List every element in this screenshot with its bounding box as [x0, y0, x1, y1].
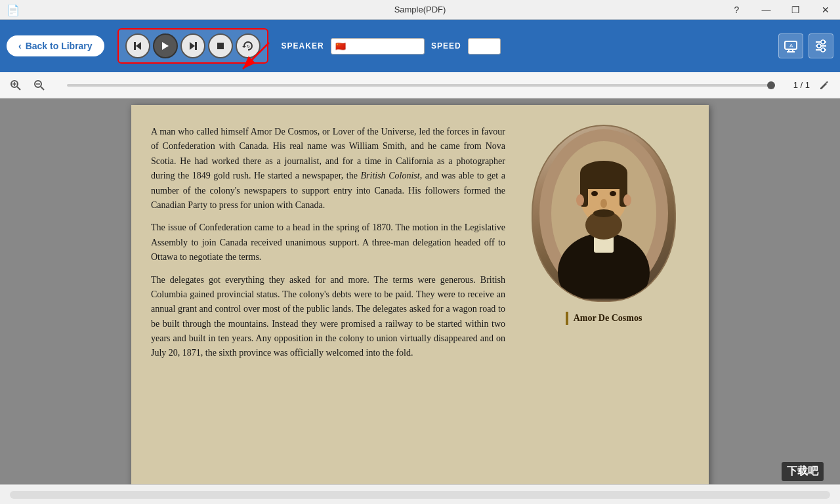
right-toolbar: A [778, 33, 833, 58]
zoom-in-button[interactable] [7, 76, 25, 94]
window-title: Sample(PDF) [394, 5, 446, 14]
settings-button[interactable] [808, 33, 833, 58]
zoom-out-icon [33, 79, 46, 92]
svg-point-19 [817, 44, 821, 48]
prev-button[interactable] [125, 33, 150, 58]
caption-text: Amor De Cosmos [574, 313, 642, 324]
secondary-toolbar: 1 / 1 [0, 72, 840, 98]
maximize-button[interactable]: ❐ [781, 0, 810, 20]
paragraph-1: A man who called himself Amor De Cosmos,… [151, 125, 505, 213]
portrait-image [532, 125, 676, 302]
title-bar-controls: ? — ❐ ✕ [722, 0, 840, 20]
content-area: A man who called himself Amor De Cosmos,… [0, 98, 840, 484]
speaker-label: SPEAKER [282, 41, 324, 51]
chevron-down-icon: ▼ [413, 43, 420, 50]
stop-button[interactable] [208, 33, 233, 58]
back-to-library-button[interactable]: ‹ Back to Library [7, 35, 104, 56]
main-toolbar: ‹ Back to Library [0, 20, 840, 72]
title-bar-left: 📄 [7, 0, 24, 20]
stop-icon [215, 41, 226, 51]
next-button[interactable] [180, 33, 205, 58]
svg-point-40 [610, 191, 616, 196]
page-slider-container [67, 84, 775, 87]
edit-icon [818, 79, 830, 91]
slider-thumb [767, 81, 775, 89]
zoom-out-button[interactable] [30, 76, 49, 94]
playback-controls: ↻ [117, 28, 268, 64]
svg-rect-4 [195, 42, 197, 50]
paragraph-3: The delegates got everything they asked … [151, 273, 505, 361]
svg-rect-1 [134, 42, 136, 50]
svg-point-20 [821, 48, 825, 52]
svg-point-41 [600, 199, 607, 208]
svg-point-43 [576, 194, 584, 206]
svg-text:↻: ↻ [247, 45, 250, 49]
paragraph-2: The issue of Confederation came to a hea… [151, 220, 505, 264]
svg-marker-6 [242, 46, 246, 48]
portrait-svg [538, 128, 669, 299]
bottom-bar [0, 484, 840, 504]
horizontal-scrollbar[interactable] [10, 491, 830, 499]
svg-marker-0 [136, 42, 141, 50]
help-button[interactable]: ? [722, 0, 751, 20]
watermark: 下载吧 [782, 462, 824, 481]
app-icon: 📄 [7, 4, 20, 16]
title-bar: 📄 Sample(PDF) ? — ❐ ✕ [0, 0, 840, 20]
play-icon [160, 41, 171, 51]
svg-point-44 [623, 194, 631, 206]
screen-icon: A [784, 39, 798, 53]
prev-icon [133, 41, 143, 51]
page-slider[interactable] [67, 84, 775, 87]
repeat-button[interactable]: ↻ [236, 33, 261, 58]
svg-point-18 [821, 40, 825, 44]
speed-label: SPEED [431, 41, 461, 51]
pdf-page: A man who called himself Amor De Cosmos,… [131, 105, 709, 484]
caption-bar [566, 312, 568, 325]
flag-icon: 🇨🇳 [335, 41, 346, 51]
pdf-image-column: Amor De Cosmos [518, 125, 689, 472]
svg-marker-3 [190, 42, 195, 50]
speed-chevron-icon: ▼ [480, 43, 486, 50]
svg-marker-2 [162, 42, 169, 50]
back-icon: ‹ [18, 41, 22, 51]
close-button[interactable]: ✕ [810, 0, 840, 20]
svg-line-22 [17, 87, 20, 90]
svg-point-42 [593, 209, 614, 217]
svg-line-26 [41, 87, 44, 90]
speaker-name: Huihui Desktop [348, 41, 411, 51]
zoom-in-icon [9, 79, 22, 92]
back-label: Back to Library [26, 41, 93, 51]
italic-text: British Colonist [361, 171, 420, 180]
speed-value: 0 [472, 41, 477, 51]
svg-rect-5 [217, 43, 224, 49]
edit-button[interactable] [815, 76, 833, 94]
svg-point-39 [591, 191, 598, 196]
speaker-area: SPEAKER 🇨🇳 Huihui Desktop ▼ SPEED 0 ▼ [282, 38, 501, 54]
repeat-icon: ↻ [242, 40, 254, 52]
screen-button[interactable]: A [778, 33, 803, 58]
svg-text:A: A [789, 43, 793, 49]
pdf-text-column: A man who called himself Amor De Cosmos,… [151, 125, 505, 472]
settings-icon [814, 39, 828, 53]
play-button[interactable] [153, 33, 178, 58]
speed-select[interactable]: 0 ▼ [468, 38, 501, 54]
minimize-button[interactable]: — [751, 0, 781, 20]
next-icon [188, 41, 198, 51]
speaker-select[interactable]: 🇨🇳 Huihui Desktop ▼ [331, 38, 425, 54]
caption-area: Amor De Cosmos [566, 312, 642, 325]
page-indicator: 1 / 1 [793, 80, 810, 90]
watermark-text: 下载吧 [787, 465, 818, 476]
